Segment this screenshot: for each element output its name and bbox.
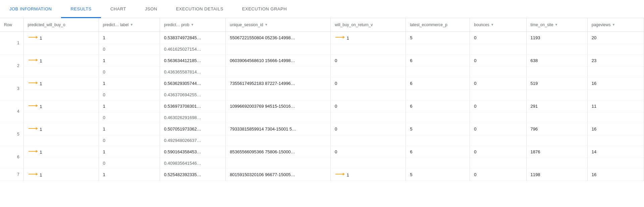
svg-marker-5 — [36, 59, 38, 61]
table-row: 1 1 1 0.538374972845… 55067221550804 052… — [0, 32, 644, 44]
tab-execution-details[interactable]: EXECUTION DETAILS — [167, 0, 233, 18]
cell-bounces: 0 — [470, 146, 526, 158]
cell-latest-ec: 5 — [406, 32, 470, 44]
cell-unique-session: 55067221550804 05236-14998… — [226, 32, 331, 44]
col-header-time-on-site[interactable]: time_on_site ▼ — [526, 18, 587, 32]
cell-pred-prob-main: 0.590164358453… — [160, 146, 226, 158]
resize-handle-will-buy[interactable] — [404, 18, 406, 32]
cell-pred-prob-alt: 0.463026291698… — [160, 112, 226, 123]
cell-pred-label-alt: 0 — [99, 158, 160, 168]
resize-handle-pred-prob[interactable] — [224, 18, 225, 32]
cell-pageviews-alt — [587, 66, 644, 77]
cell-latest-ec-alt — [406, 135, 470, 146]
tab-chart[interactable]: CHART — [101, 0, 136, 18]
table-row: 4 1 1 0.536973708301… 10996692003769 945… — [0, 100, 644, 112]
app-container: JOB INFORMATIONRESULTSCHARTJSONEXECUTION… — [0, 0, 644, 181]
cell-pred-buy: 1 — [23, 123, 99, 135]
tab-job-information[interactable]: JOB INFORMATION — [0, 0, 61, 18]
arrow-icon — [335, 35, 345, 40]
tab-results[interactable]: RESULTS — [61, 0, 101, 18]
col-header-unique-session[interactable]: unique_session_id ▼ — [226, 18, 331, 32]
cell-pred-prob-main: 0.525482392335… — [160, 168, 226, 180]
cell-pred-prob-alt: 0.436370694255… — [160, 89, 226, 100]
sort-icon-predict-prob: ▼ — [191, 23, 194, 27]
resize-handle-unique[interactable] — [329, 18, 330, 32]
resize-handle-time[interactable] — [586, 18, 587, 32]
table-container[interactable]: Row predicted_will_buy_o predict… label — [0, 18, 644, 181]
cell-pageviews-alt — [587, 89, 644, 100]
cell-time-alt — [526, 66, 587, 77]
cell-pageviews: 23 — [587, 54, 644, 66]
arrow-icon — [28, 149, 39, 154]
cell-pred-buy: 1 — [23, 32, 99, 44]
col-header-predict-label[interactable]: predict… label ▼ — [99, 18, 160, 32]
cell-pred-prob-alt: 0.492948026637… — [160, 135, 226, 146]
cell-pred-label-alt: 0 — [99, 44, 160, 54]
cell-time-on-site: 638 — [526, 54, 587, 66]
cell-pred-prob-main: 0.563634412185… — [160, 54, 226, 66]
cell-bounces-alt — [470, 158, 526, 168]
cell-bounces: 0 — [470, 32, 526, 44]
resize-handle-pred-label[interactable] — [158, 18, 160, 32]
cell-latest-ec-alt — [406, 66, 470, 77]
cell-unique-session: 73556174952183 87227-14996… — [226, 77, 331, 89]
sort-icon-bounces: ▼ — [491, 23, 494, 27]
cell-pred-buy-alt — [23, 66, 99, 77]
cell-pred-label-alt: 0 — [99, 135, 160, 146]
arrow-icon — [28, 81, 39, 85]
cell-latest-ec: 5 — [406, 123, 470, 135]
svg-marker-17 — [343, 173, 345, 175]
svg-marker-9 — [36, 104, 38, 107]
cell-pred-buy-alt — [23, 158, 99, 168]
col-header-row[interactable]: Row — [0, 18, 23, 32]
arrow-icon — [28, 58, 39, 62]
sort-icon-predict-label: ▼ — [130, 23, 133, 27]
cell-pred-prob-main: 0.563629305744… — [160, 77, 226, 89]
table-row-alt: 0 0.436370694255… — [0, 89, 644, 100]
resize-handle-pred-buy[interactable] — [97, 18, 99, 32]
cell-will-buy: 1 — [330, 32, 406, 44]
tab-json[interactable]: JSON — [136, 0, 167, 18]
cell-row-num: 6 — [0, 146, 23, 168]
cell-bounces-alt — [470, 112, 526, 123]
table-row: 5 1 1 0.507051973362… 79333815859914 730… — [0, 123, 644, 135]
cell-latest-ec: 6 — [406, 77, 470, 89]
col-header-predict-prob[interactable]: predict… prob ▼ — [160, 18, 226, 32]
cell-unique-session: 06039064568610 15666-14998… — [226, 54, 331, 66]
col-header-predicted-will-buy[interactable]: predicted_will_buy_o — [23, 18, 99, 32]
cell-pageviews-alt — [587, 158, 644, 168]
cell-pred-label-main: 1 — [99, 100, 160, 112]
resize-handle-bounces[interactable] — [525, 18, 526, 32]
cell-bounces: 0 — [470, 100, 526, 112]
col-header-latest-ecommerce[interactable]: latest_ecommerce_p — [406, 18, 470, 32]
table-row-alt: 0 0.409835641546… — [0, 158, 644, 168]
cell-pred-label-main: 1 — [99, 54, 160, 66]
cell-time-on-site: 519 — [526, 77, 587, 89]
resize-handle-pageviews[interactable] — [642, 18, 644, 32]
cell-pred-label-main: 1 — [99, 146, 160, 158]
col-header-bounces[interactable]: bounces ▼ — [470, 18, 526, 32]
sort-icon-pageviews: ▼ — [612, 23, 615, 27]
cell-will-buy: 0 — [330, 77, 406, 89]
cell-time-on-site: 796 — [526, 123, 587, 135]
cell-pred-buy: 1 — [23, 54, 99, 66]
cell-pred-label-main: 1 — [99, 77, 160, 89]
cell-will-buy-alt — [330, 112, 406, 123]
tab-execution-graph[interactable]: EXECUTION GRAPH — [233, 0, 296, 18]
col-header-pageviews[interactable]: pageviews ▼ — [587, 18, 644, 32]
col-header-will-buy-return[interactable]: will_buy_on_return_v — [330, 18, 406, 32]
cell-latest-ec: 5 — [406, 168, 470, 180]
cell-bounces: 0 — [470, 54, 526, 66]
table-row: 7 1 1 0.525482392335… 80159150320106 966… — [0, 168, 644, 180]
cell-pred-buy: 1 — [23, 100, 99, 112]
cell-pred-buy-alt — [23, 135, 99, 146]
cell-unique-alt — [226, 89, 331, 100]
cell-bounces-alt — [470, 66, 526, 77]
resize-handle-row[interactable] — [22, 18, 23, 32]
table-row-alt: 0 0.461625027154… — [0, 44, 644, 54]
cell-unique-alt — [226, 66, 331, 77]
resize-handle-latest-ec[interactable] — [468, 18, 470, 32]
svg-marker-13 — [36, 150, 38, 153]
cell-pageviews: 14 — [587, 146, 644, 158]
cell-unique-session: 79333815859914 7304-15001 5… — [226, 123, 331, 135]
